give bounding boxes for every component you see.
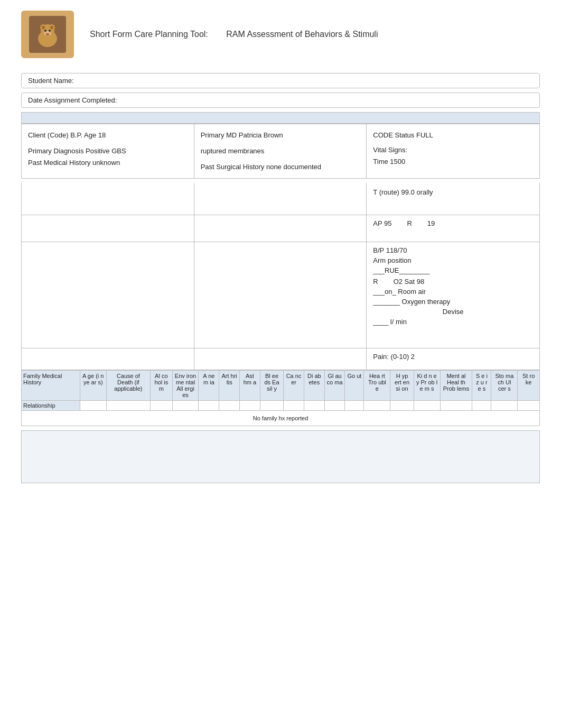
- rel-age: [80, 401, 106, 411]
- vitals-empty-col2: [194, 183, 367, 215]
- col-gout: Go ut: [345, 371, 364, 401]
- svg-point-4: [42, 26, 45, 29]
- col-seizures: S e i z u r e s: [472, 371, 491, 401]
- col-asthma: Ast hm a: [240, 371, 260, 401]
- patient-col2: Primary MD Patricia Brown ruptured membr…: [194, 124, 367, 178]
- col-diabetes: Di ab etes: [304, 371, 324, 401]
- col-mental-health: Ment al Heal th Prob lems: [440, 371, 472, 401]
- rel-diabetes: [304, 401, 324, 411]
- student-name-label: Student Name:: [28, 77, 74, 85]
- past-surgical: Past Surgical History none documented: [201, 161, 360, 173]
- col-stomach: Sto ma ch Ul cer s: [491, 371, 518, 401]
- logo-svg: [32, 19, 63, 50]
- student-name-row: Student Name:: [21, 73, 540, 88]
- col-anemia: A ne m ia: [199, 371, 219, 401]
- bp: B/P 118/70: [373, 246, 533, 254]
- rel-cause: [106, 401, 150, 411]
- relationship-label: Relationship: [22, 401, 80, 411]
- r2: R O2 Sat 98: [373, 278, 533, 285]
- pain-empty-col1: [22, 348, 194, 370]
- oxygen-therapy: _______ Oxygen therapy: [373, 298, 533, 306]
- header-title: Short Form Care Planning Tool: RAM Asses…: [90, 27, 394, 41]
- patient-info-grid: Client (Code) B.P. Age 18 Primary Diagno…: [21, 124, 540, 179]
- family-hx-table: Family Medical History A ge (i n ye ar s…: [21, 370, 540, 426]
- vital-signs-label: Vital Signs:: [373, 144, 533, 156]
- ap-empty-col1: [22, 215, 194, 242]
- arm-position: Arm position: [373, 256, 533, 264]
- svg-point-7: [44, 30, 46, 32]
- past-mh: Past Medical History unknown: [28, 157, 188, 169]
- patient-col3: CODE Status FULL Vital Signs: Time 1500: [367, 124, 539, 178]
- svg-point-8: [49, 30, 51, 32]
- date-assignment-row: Date Assignment Completed:: [21, 93, 540, 108]
- primary-md: Primary MD Patricia Brown: [201, 130, 360, 141]
- family-hx-data-row: No family hx reported: [22, 411, 540, 426]
- rel-stroke: [518, 401, 540, 411]
- rel-asthma: [240, 401, 260, 411]
- rel-heart: [364, 401, 390, 411]
- pain: Pain: (0-10) 2: [373, 353, 533, 361]
- ap-value: AP 95 R 19: [373, 219, 533, 227]
- svg-point-5: [50, 26, 53, 29]
- col-hypertension: H yp ert en si on: [390, 371, 414, 401]
- bp-empty-col1: [22, 242, 194, 348]
- bottom-section: [21, 430, 540, 483]
- bp-empty-col2: [194, 242, 367, 348]
- col-alcohol: Al co hol is m: [151, 371, 173, 401]
- client-label: Client (Code) B.P. Age 18: [28, 130, 188, 141]
- col-heart: Hea rt Tro ubl e: [364, 371, 390, 401]
- rel-seizures: [472, 401, 491, 411]
- temp: T (route) 99.0 orally: [373, 188, 533, 196]
- col-arthritis: Art hri tis: [219, 371, 240, 401]
- col-cause-death: Cause of Death (if applicable): [106, 371, 150, 401]
- time: Time 1500: [373, 156, 533, 168]
- rel-alcohol: [151, 401, 173, 411]
- rel-mental: [440, 401, 472, 411]
- col-kidney: Ki d n e y Pr ob l e m s: [414, 371, 440, 401]
- rel-arth: [219, 401, 240, 411]
- pain-empty-col2: [194, 348, 367, 370]
- col-cancer: Ca nc er: [284, 371, 304, 401]
- rel-env: [172, 401, 199, 411]
- family-hx-no-data: No family hx reported: [22, 411, 540, 426]
- date-assignment-label: Date Assignment Completed:: [28, 96, 117, 104]
- rel-hypertension: [390, 401, 414, 411]
- tool-label: Short Form Care Planning Tool:: [90, 30, 208, 39]
- col-env-allergies: Env iron me ntal All ergi es: [172, 371, 199, 401]
- vitals-empty-col1: [22, 183, 194, 215]
- page: Short Form Care Planning Tool: RAM Asses…: [0, 0, 561, 728]
- ap-empty-col2: [194, 215, 367, 242]
- col-family-medical-history: Family Medical History: [22, 371, 80, 401]
- rel-stomach: [491, 401, 518, 411]
- rel-anemia: [199, 401, 219, 411]
- primary-dx: Primary Diagnosis Positive GBS: [28, 145, 188, 157]
- rel-kidney: [414, 401, 440, 411]
- title: RAM Assessment of Behaviors & Stimuli: [226, 30, 378, 39]
- rel-glaucoma: [324, 401, 345, 411]
- pain-col: Pain: (0-10) 2: [367, 348, 539, 370]
- room-air: ___on_ Room air: [373, 288, 533, 296]
- col-age: A ge (i n ye ar s): [80, 371, 106, 401]
- logo: [21, 11, 74, 58]
- vitals-temp-col: T (route) 99.0 orally: [367, 183, 539, 215]
- code-status: CODE Status FULL: [373, 130, 533, 141]
- lmin: ____ l/ min: [373, 318, 533, 326]
- rel-gout: [345, 401, 364, 411]
- logo-inner: [29, 16, 66, 53]
- rel-cancer: [284, 401, 304, 411]
- arm-position-value: ___RUE________: [373, 266, 533, 274]
- col-bleeds: Bl ee ds Ea sil y: [260, 371, 283, 401]
- ruptured: ruptured membranes: [201, 145, 360, 157]
- ap-r-col: AP 95 R 19: [367, 215, 539, 242]
- patient-col1: Client (Code) B.P. Age 18 Primary Diagno…: [22, 124, 194, 178]
- col-stroke: St ro ke: [518, 371, 540, 401]
- header: Short Form Care Planning Tool: RAM Asses…: [21, 11, 540, 63]
- devise: Devise: [373, 308, 533, 316]
- bp-vitals-col: B/P 118/70 Arm position ___RUE________ R…: [367, 242, 539, 348]
- svg-point-9: [46, 33, 49, 35]
- col-glaucoma: Gl au co ma: [324, 371, 345, 401]
- rel-bleeds: [260, 401, 283, 411]
